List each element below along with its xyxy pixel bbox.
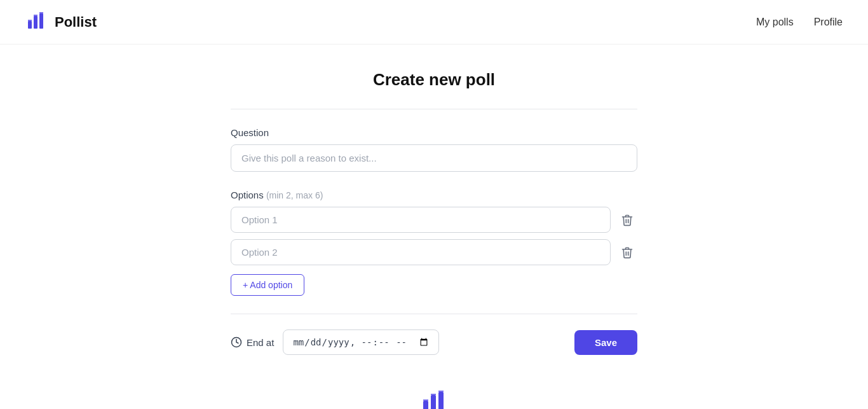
add-option-button[interactable]: + Add option — [231, 274, 304, 296]
logo-text: Pollist — [55, 14, 97, 31]
svg-rect-2 — [39, 13, 43, 29]
option-2-input[interactable] — [231, 239, 611, 265]
options-list — [231, 207, 637, 265]
option-1-input[interactable] — [231, 207, 611, 233]
svg-rect-0 — [28, 21, 32, 29]
nav: My polls Profile — [756, 17, 843, 28]
delete-option-1-button[interactable] — [617, 210, 637, 230]
question-input[interactable] — [231, 144, 637, 172]
svg-rect-9 — [438, 392, 444, 409]
option-row-1 — [231, 207, 637, 233]
option-row-2 — [231, 239, 637, 265]
trash-icon — [621, 246, 634, 259]
svg-rect-4 — [34, 15, 37, 16]
end-at-input[interactable] — [283, 329, 439, 355]
svg-rect-10 — [423, 399, 428, 401]
end-at-label: End at — [231, 336, 274, 348]
header: Pollist My polls Profile — [0, 0, 868, 45]
svg-rect-3 — [28, 20, 32, 21]
footer-icon — [231, 387, 637, 409]
svg-rect-5 — [39, 12, 43, 13]
clock-icon — [231, 336, 242, 348]
svg-rect-11 — [431, 394, 436, 395]
options-label: Options (min 2, max 6) — [231, 190, 637, 200]
logo-link[interactable]: Pollist — [25, 10, 97, 35]
footer: Created by Pratik Badhe for PlanetScale … — [231, 387, 637, 409]
svg-rect-1 — [34, 16, 37, 29]
question-group: Question — [231, 127, 637, 172]
delete-option-2-button[interactable] — [617, 242, 637, 263]
svg-rect-12 — [438, 391, 444, 392]
trash-icon — [621, 214, 634, 226]
my-polls-link[interactable]: My polls — [756, 17, 794, 28]
divider-bottom — [231, 314, 637, 314]
page-title: Create new poll — [231, 70, 637, 90]
logo-icon — [25, 10, 48, 35]
options-group: Options (min 2, max 6) — [231, 190, 637, 296]
question-label: Question — [231, 127, 637, 138]
end-at-row: End at Save — [231, 329, 637, 355]
svg-rect-7 — [423, 401, 428, 409]
svg-rect-8 — [431, 395, 436, 409]
profile-link[interactable]: Profile — [814, 17, 843, 28]
main-content: Create new poll Question Options (min 2,… — [218, 45, 650, 409]
save-button[interactable]: Save — [574, 330, 637, 355]
divider-top — [231, 109, 637, 109]
